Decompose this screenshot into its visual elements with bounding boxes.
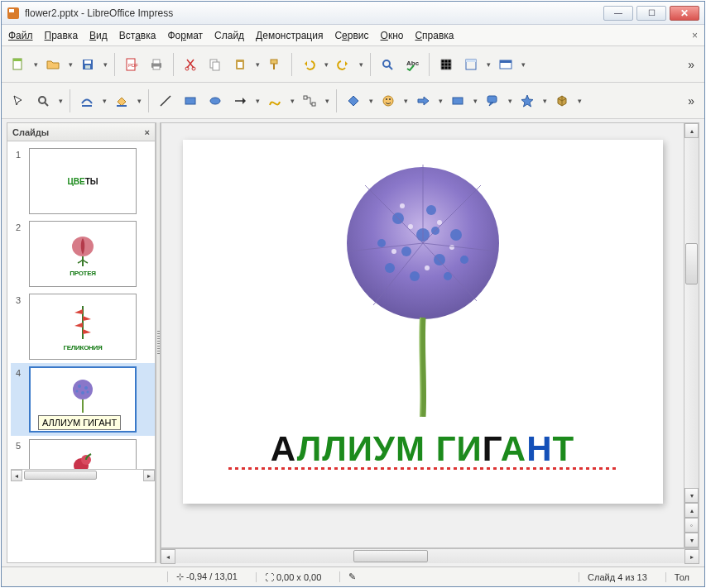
menu-slide[interactable]: Слайд	[214, 30, 244, 41]
slide-thumb-1[interactable]: 1 ЦВЕТЫ	[11, 145, 155, 218]
print-button[interactable]	[145, 53, 168, 76]
connector-dropdown[interactable]: ▾	[323, 97, 331, 105]
curve-dropdown[interactable]: ▾	[288, 97, 296, 105]
master-slide-dropdown[interactable]: ▾	[519, 60, 527, 69]
vscroll-thumb[interactable]	[685, 243, 698, 284]
canvas-vscroll[interactable]: ▴ ▾ ▴ ◦ ▾	[684, 123, 699, 547]
hscroll-left[interactable]: ◂	[161, 549, 175, 564]
menu-service[interactable]: Сервис	[334, 30, 368, 41]
drawing-overflow[interactable]: »	[683, 94, 699, 108]
master-slide-button[interactable]	[494, 53, 517, 76]
menu-insert[interactable]: Вставка	[119, 30, 156, 41]
line-color-button[interactable]	[75, 89, 98, 112]
slide-thumb-3[interactable]: 3 ГЕЛИКОНИЯ	[11, 290, 155, 363]
nav-prev[interactable]: ▴	[684, 503, 699, 518]
canvas-hscroll[interactable]: ◂ ▸	[161, 548, 699, 563]
undo-dropdown[interactable]: ▾	[322, 60, 330, 69]
display-views-dropdown[interactable]: ▾	[484, 60, 492, 69]
flowchart-dropdown[interactable]: ▾	[471, 97, 479, 105]
stars-dropdown[interactable]: ▾	[540, 97, 549, 105]
arrow-tool[interactable]	[228, 89, 252, 112]
grid-button[interactable]	[435, 53, 458, 76]
callout-tool[interactable]	[481, 89, 504, 112]
menu-file[interactable]: Файл	[8, 30, 33, 41]
slide-title-text[interactable]: АЛЛИУМ ГИГАНТ	[271, 429, 574, 469]
block-arrows-tool[interactable]	[411, 89, 435, 112]
copy-button[interactable]	[204, 53, 227, 76]
zoom-dropdown[interactable]: ▾	[56, 97, 65, 105]
symbol-shapes-tool[interactable]	[377, 89, 400, 112]
menu-demo[interactable]: Демонстрация	[256, 30, 323, 41]
svg-point-35	[389, 98, 391, 100]
paste-dropdown[interactable]: ▾	[253, 60, 262, 69]
display-views-button[interactable]	[459, 53, 483, 76]
minimize-button[interactable]: —	[603, 6, 633, 21]
maximize-button[interactable]: ☐	[636, 6, 666, 21]
callout-dropdown[interactable]: ▾	[506, 97, 514, 105]
current-slide[interactable]: АЛЛИУМ ГИГАНТ	[183, 140, 663, 504]
new-button[interactable]	[7, 53, 30, 76]
slide-hscroll-left[interactable]: ◂	[11, 470, 22, 481]
symbol-shapes-dropdown[interactable]: ▾	[401, 97, 410, 105]
vscroll-down[interactable]: ▾	[684, 488, 699, 503]
arrow-dropdown[interactable]: ▾	[253, 97, 262, 105]
3d-tool[interactable]	[550, 89, 574, 112]
connector-tool[interactable]	[298, 89, 321, 112]
fill-color-dropdown[interactable]: ▾	[135, 97, 143, 105]
slide-thumb-5[interactable]: 5	[11, 436, 155, 469]
spellcheck-button[interactable]: Abc	[401, 53, 424, 76]
redo-dropdown[interactable]: ▾	[357, 60, 365, 69]
menu-view[interactable]: Вид	[89, 30, 108, 41]
menu-close-doc[interactable]: ×	[692, 30, 698, 41]
stars-tool[interactable]	[516, 89, 539, 112]
export-pdf-button[interactable]: PDF	[120, 53, 143, 76]
vscroll-up[interactable]: ▴	[684, 123, 699, 138]
menu-edit[interactable]: Правка	[45, 30, 79, 41]
open-button[interactable]	[41, 53, 65, 76]
slides-panel-close[interactable]: ×	[145, 127, 150, 137]
zoom-tool[interactable]	[31, 89, 55, 112]
cut-button[interactable]	[179, 53, 202, 76]
undo-button[interactable]	[297, 53, 320, 76]
slide-thumb-2[interactable]: 2 ПРОТЕЯ	[11, 218, 155, 290]
find-button[interactable]	[376, 53, 399, 76]
toolbar-overflow[interactable]: »	[683, 58, 699, 71]
select-tool[interactable]	[7, 89, 30, 112]
basic-shapes-dropdown[interactable]: ▾	[367, 97, 375, 105]
svg-rect-28	[117, 105, 127, 107]
svg-rect-11	[153, 66, 160, 69]
line-tool[interactable]	[154, 89, 177, 112]
svg-point-42	[81, 391, 84, 394]
paste-button[interactable]	[228, 53, 252, 76]
line-color-dropdown[interactable]: ▾	[100, 97, 108, 105]
save-dropdown[interactable]: ▾	[101, 60, 109, 69]
ellipse-tool[interactable]	[204, 89, 227, 112]
new-dropdown[interactable]: ▾	[31, 60, 40, 69]
menu-help[interactable]: Справка	[415, 30, 454, 41]
curve-tool[interactable]	[263, 89, 286, 112]
3d-dropdown[interactable]: ▾	[575, 97, 584, 105]
rectangle-tool[interactable]	[179, 89, 202, 112]
slide-hscroll-right[interactable]: ▸	[143, 470, 155, 481]
hscroll-right[interactable]: ▸	[684, 549, 699, 564]
open-dropdown[interactable]: ▾	[66, 60, 74, 69]
status-sig[interactable]: ✎	[339, 571, 372, 582]
nav-next[interactable]: ▾	[684, 533, 699, 547]
block-arrows-dropdown[interactable]: ▾	[436, 97, 444, 105]
close-button[interactable]: ✕	[670, 6, 699, 21]
basic-shapes-tool[interactable]	[342, 89, 365, 112]
hscroll-thumb[interactable]	[353, 550, 428, 562]
svg-rect-10	[153, 60, 160, 64]
flowchart-tool[interactable]	[446, 89, 469, 112]
menu-window[interactable]: Окно	[381, 30, 404, 41]
svg-point-49	[426, 205, 436, 215]
fill-color-button[interactable]	[110, 89, 133, 112]
canvas-area[interactable]: АЛЛИУМ ГИГАНТ ▴ ▾ ▴ ◦ ▾	[161, 122, 699, 548]
save-button[interactable]	[76, 53, 99, 76]
nav-select[interactable]: ◦	[684, 518, 699, 533]
slide-list: 1 ЦВЕТЫ 2 ПРОТЕЯ 3 ГЕЛИКОНИЯ	[7, 141, 155, 562]
clone-format-button[interactable]	[263, 53, 286, 76]
redo-button[interactable]	[332, 53, 355, 76]
menu-format[interactable]: Формат	[167, 30, 203, 41]
svg-rect-27	[82, 105, 92, 107]
